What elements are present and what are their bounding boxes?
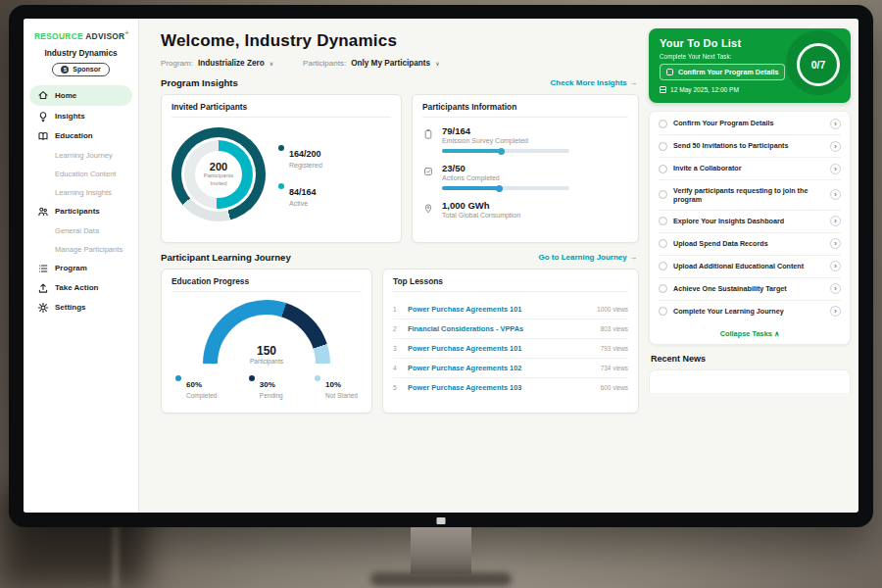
sidebar-item-general-data[interactable]: General Data bbox=[24, 221, 138, 240]
task-label: Complete Your Learning Journey bbox=[673, 307, 824, 316]
sidebar-item-learning-insights[interactable]: Learning Insights bbox=[24, 183, 138, 202]
sponsor-badge[interactable]: S Sponsor bbox=[52, 63, 109, 76]
checkbox-icon[interactable] bbox=[666, 69, 673, 75]
participants-filter-dropdown[interactable]: Participants: Only My Participants ∨ bbox=[303, 59, 439, 68]
sidebar-item-label: Learning Journey bbox=[55, 151, 113, 160]
sidebar-item-label: Take Action bbox=[55, 283, 98, 292]
recent-news-title: Recent News bbox=[651, 354, 849, 364]
task-checkbox[interactable] bbox=[659, 120, 667, 128]
top-lessons-card: Top Lessons 1 Power Purchase Agreements … bbox=[382, 269, 639, 414]
lesson-rank: 5 bbox=[393, 384, 401, 391]
legend-value: 60% bbox=[186, 380, 202, 389]
chevron-right-icon[interactable]: › bbox=[830, 238, 841, 249]
monitor-stand-base bbox=[370, 572, 512, 586]
list-icon bbox=[37, 263, 49, 274]
sidebar-item-manage-participants[interactable]: Manage Participants bbox=[24, 240, 138, 259]
legend-value: 30% bbox=[260, 380, 275, 389]
task-label: Upload Spend Data Records bbox=[673, 239, 824, 248]
map-pin-icon bbox=[422, 201, 434, 213]
sidebar-item-education-content[interactable]: Education Content bbox=[24, 165, 138, 183]
chevron-right-icon[interactable]: › bbox=[830, 306, 841, 317]
lesson-link[interactable]: Power Purchase Agreements 102 bbox=[408, 364, 592, 372]
chevron-right-icon[interactable]: › bbox=[830, 119, 841, 129]
collapse-tasks-link[interactable]: Collapse Tasks ∧ bbox=[659, 322, 841, 344]
task-row[interactable]: Invite a Collaborator › bbox=[659, 158, 841, 180]
collapse-label: Collapse Tasks bbox=[720, 329, 772, 338]
task-checkbox[interactable] bbox=[659, 190, 667, 199]
program-filter-dropdown[interactable]: Program: Industrialize Zero ∨ bbox=[161, 59, 273, 68]
chevron-right-icon[interactable]: › bbox=[830, 283, 841, 294]
sidebar-item-settings[interactable]: Settings bbox=[24, 298, 138, 318]
lesson-link[interactable]: Power Purchase Agreements 101 bbox=[408, 305, 588, 314]
legend-dot-registered bbox=[278, 145, 284, 151]
chevron-right-icon[interactable]: › bbox=[830, 216, 841, 226]
task-checkbox[interactable] bbox=[659, 239, 667, 248]
sidebar-item-label: Program bbox=[55, 264, 87, 272]
task-checkbox[interactable] bbox=[659, 284, 667, 293]
education-legend: 60% Completed 30% Pending 10% bbox=[172, 373, 362, 399]
sidebar-item-label: Education Content bbox=[55, 170, 116, 178]
task-checkbox[interactable] bbox=[659, 165, 667, 173]
sidebar-item-insights[interactable]: Insights bbox=[24, 107, 138, 126]
chevron-right-icon[interactable]: › bbox=[830, 261, 841, 271]
task-checkbox[interactable] bbox=[659, 142, 667, 151]
sidebar-item-learning-journey[interactable]: Learning Journey bbox=[24, 146, 138, 165]
sidebar-item-label: Manage Participants bbox=[55, 245, 122, 254]
participants-filter-value: Only My Participants bbox=[351, 59, 430, 68]
check-more-insights-link[interactable]: Check More Insights → bbox=[551, 78, 637, 87]
sidebar-item-take-action[interactable]: Take Action bbox=[24, 278, 138, 298]
chevron-up-icon: ∧ bbox=[774, 329, 779, 338]
lesson-link[interactable]: Power Purchase Agreements 101 bbox=[408, 344, 592, 353]
task-label: Send 50 Invitations to Participants bbox=[673, 141, 824, 150]
task-row[interactable]: Confirm Your Program Details › bbox=[659, 113, 841, 135]
logo-plus-text: + bbox=[124, 29, 128, 36]
legend-label: Registered bbox=[289, 162, 322, 169]
education-progress-card: Education Progress 150 Participants bbox=[161, 269, 372, 414]
task-row[interactable]: Explore Your Insights Dashboard › bbox=[659, 211, 841, 233]
task-checkbox[interactable] bbox=[659, 217, 667, 225]
logo-advisor-text: ADVISOR bbox=[85, 31, 124, 41]
background-highlight bbox=[114, 519, 118, 588]
legend-item: 10% Not Started bbox=[315, 373, 358, 399]
logo-resource-text: RESOURCE bbox=[34, 31, 83, 41]
info-value: 79/164 bbox=[442, 125, 569, 136]
task-row[interactable]: Send 50 Invitations to Participants › bbox=[659, 135, 841, 158]
sidebar-item-program[interactable]: Program bbox=[24, 259, 138, 278]
task-row[interactable]: Achieve One Sustainability Target › bbox=[659, 278, 841, 301]
info-value: 23/50 bbox=[442, 163, 569, 173]
gauge-center-value: 150 bbox=[203, 344, 330, 358]
task-checkbox[interactable] bbox=[659, 262, 667, 270]
chevron-right-icon[interactable]: › bbox=[830, 164, 841, 174]
sidebar-item-participants[interactable]: Participants bbox=[24, 202, 138, 221]
education-gauge-chart: 150 Participants bbox=[203, 300, 330, 365]
sidebar-item-label: Settings bbox=[55, 303, 86, 312]
lesson-rank: 3 bbox=[393, 345, 401, 352]
chevron-right-icon[interactable]: › bbox=[830, 141, 841, 152]
info-label: Actions Completed bbox=[442, 174, 569, 181]
link-label: Check More Insights bbox=[551, 78, 627, 87]
task-row[interactable]: Upload Spend Data Records › bbox=[659, 233, 841, 256]
legend-dot-active bbox=[278, 183, 284, 189]
lesson-link[interactable]: Financial Considerations - VPPAs bbox=[408, 324, 592, 333]
sponsor-label: Sponsor bbox=[73, 66, 100, 73]
lesson-rank: 2 bbox=[393, 325, 401, 332]
donut-center-value: 200 bbox=[210, 161, 227, 172]
sidebar-item-home[interactable]: Home bbox=[29, 85, 132, 106]
lesson-views: 734 bbox=[601, 365, 612, 371]
book-icon bbox=[37, 130, 49, 142]
legend-item: 60% Completed bbox=[175, 373, 217, 399]
task-row[interactable]: Verify participants requesting to join t… bbox=[659, 180, 841, 211]
task-row[interactable]: Upload Additional Educational Content › bbox=[659, 256, 841, 278]
lesson-link[interactable]: Power Purchase Agreements 103 bbox=[408, 383, 592, 392]
todo-next-task[interactable]: Confirm Your Program Details bbox=[660, 64, 785, 80]
chevron-right-icon[interactable]: › bbox=[830, 189, 841, 200]
info-row: 1,000 GWh Total Global Consumption bbox=[422, 200, 628, 219]
task-checkbox[interactable] bbox=[659, 307, 667, 316]
invited-participants-card: Invited Participants 200 Participants In… bbox=[161, 94, 402, 243]
monitor-stand bbox=[411, 527, 471, 574]
org-block: Industry Dynamics S Sponsor bbox=[24, 48, 138, 76]
task-row[interactable]: Complete Your Learning Journey › bbox=[659, 301, 841, 322]
gauge-center-label: Participants bbox=[203, 358, 330, 365]
sidebar-item-education[interactable]: Education bbox=[24, 126, 138, 146]
go-to-learning-journey-link[interactable]: Go to Learning Journey → bbox=[539, 253, 637, 262]
